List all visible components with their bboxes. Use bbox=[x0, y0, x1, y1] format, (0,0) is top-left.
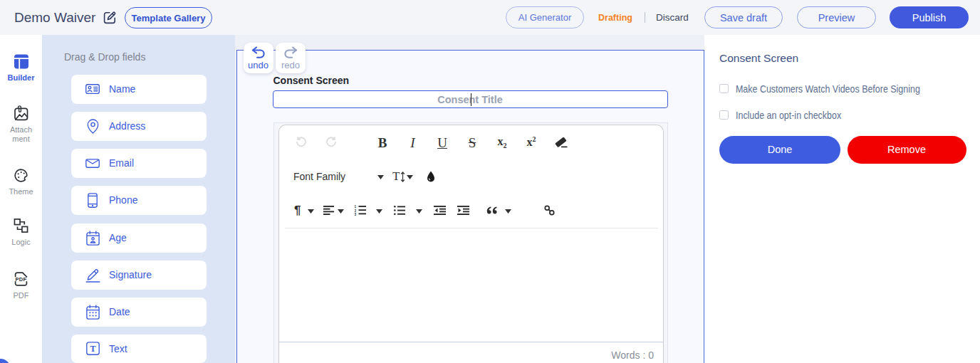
svg-text:PDF: PDF bbox=[16, 276, 27, 283]
svg-text:T: T bbox=[90, 344, 95, 354]
svg-text:3: 3 bbox=[355, 212, 357, 215]
